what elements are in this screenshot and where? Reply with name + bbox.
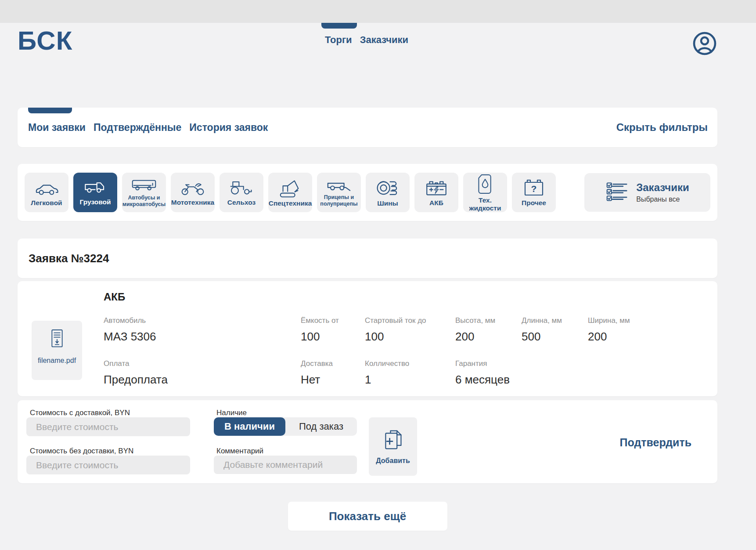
customers-filter-text: Заказчики Выбраны все xyxy=(636,181,689,203)
top-bar xyxy=(0,0,756,23)
request-fields: Автомобиль МАЗ 5306 Ёмкость от 100 Старт… xyxy=(104,316,630,402)
field-height: Высота, мм 200 xyxy=(455,316,522,344)
request-header-card: Заявка №3224 xyxy=(18,239,717,278)
filter-label: Мототехника xyxy=(171,199,214,206)
trailer-icon xyxy=(325,178,353,193)
filter-bus[interactable]: Автобусы и микроавтобусы xyxy=(122,173,166,212)
field-length: Длинна, мм 500 xyxy=(522,316,588,344)
car-icon xyxy=(34,178,59,198)
cost-without-delivery-label: Стоимость без доставки, BYN xyxy=(30,447,133,456)
oil-canister-icon xyxy=(476,173,494,195)
tabs: Мои заявки Подтверждённые История заявок xyxy=(28,122,268,134)
filter-label: Автобусы и микроавтобусы xyxy=(122,195,166,208)
user-avatar-icon[interactable] xyxy=(692,31,717,56)
tab-confirmed[interactable]: Подтверждённые xyxy=(94,122,181,134)
hide-filters-link[interactable]: Скрыть фильтры xyxy=(616,121,708,134)
nav-zakazchiki[interactable]: Заказчики xyxy=(360,34,408,46)
cost-with-delivery-input[interactable] xyxy=(26,417,190,436)
tire-icon xyxy=(375,178,400,198)
filter-label: Прицепы и полуприцепы xyxy=(317,194,361,207)
filter-special[interactable]: Спецтехника xyxy=(268,173,312,212)
show-more-button[interactable]: Показать ещё xyxy=(288,502,447,531)
active-tab-indicator xyxy=(28,108,72,113)
field-car: Автомобиль МАЗ 5306 xyxy=(104,316,301,344)
availability-in-stock[interactable]: В наличии xyxy=(214,417,285,436)
availability-on-order[interactable]: Под заказ xyxy=(285,417,357,436)
filter-label: Сельхоз xyxy=(227,199,256,206)
filter-trailers[interactable]: Прицепы и полуприцепы xyxy=(317,173,361,212)
customers-filter-button[interactable]: Заказчики Выбраны все xyxy=(584,173,710,212)
request-title: Заявка №3224 xyxy=(29,252,109,265)
add-files-button[interactable]: Добавить xyxy=(369,417,417,476)
field-capacity: Ёмкость от 100 xyxy=(301,316,365,344)
offer-form-card: Стоимость с доставкой, BYN Стоимость без… xyxy=(18,400,717,483)
filter-label: Легковой xyxy=(31,199,62,206)
motorcycle-icon xyxy=(180,179,206,197)
field-delivery: Доставка Нет xyxy=(301,359,365,387)
tab-history[interactable]: История заявок xyxy=(189,122,268,134)
battery-icon xyxy=(424,178,449,198)
customers-filter-subtitle: Выбраны все xyxy=(636,195,689,203)
request-details-card: АКБ filename.pdf Автомобиль МАЗ 5306 Ёмк… xyxy=(18,281,717,396)
filter-fluids[interactable]: Тех. жидкости xyxy=(463,173,507,212)
filter-moto[interactable]: Мототехника xyxy=(171,173,215,212)
filter-label: Грузовой xyxy=(80,198,111,206)
cost-with-delivery-label: Стоимость с доставкой, BYN xyxy=(30,409,130,417)
question-box-icon: ? xyxy=(522,178,545,198)
field-warranty: Гарантия 6 месяцев xyxy=(455,359,522,387)
main-content: Мои заявки Подтверждённые История заявок… xyxy=(18,108,717,531)
attached-file[interactable]: filename.pdf xyxy=(32,321,82,380)
filter-truck[interactable]: Грузовой xyxy=(73,173,117,212)
filter-label: Прочее xyxy=(522,199,546,206)
filter-label: АКБ xyxy=(429,199,443,206)
filter-battery[interactable]: АКБ xyxy=(414,173,458,212)
excavator-icon xyxy=(277,178,303,198)
tabs-bar: Мои заявки Подтверждённые История заявок… xyxy=(18,108,717,147)
cost-without-delivery-input[interactable] xyxy=(26,456,190,474)
confirm-button[interactable]: Подтвердить xyxy=(620,436,691,449)
field-current: Стартовый ток до 100 xyxy=(365,316,455,344)
tab-my-requests[interactable]: Мои заявки xyxy=(28,122,86,134)
filter-agriculture[interactable]: Сельхоз xyxy=(220,173,263,212)
filter-label: Шины xyxy=(377,199,398,207)
checklist-icon xyxy=(605,181,628,204)
bus-icon xyxy=(131,177,157,193)
filter-car[interactable]: Легковой xyxy=(25,173,68,212)
truck-icon xyxy=(83,179,108,197)
comment-input[interactable] xyxy=(214,456,357,474)
top-navigation: Торги Заказчики xyxy=(325,34,408,46)
availability-toggle: В наличии Под заказ xyxy=(214,417,357,436)
filter-other[interactable]: ? Прочее xyxy=(512,173,556,212)
field-payment: Оплата Предоплата xyxy=(104,359,301,387)
filter-label: Спецтехника xyxy=(269,199,312,207)
filter-label: Тех. жидкости xyxy=(463,196,507,211)
field-quantity: Колличество 1 xyxy=(365,359,455,387)
document-icon xyxy=(48,321,66,351)
vehicle-filters: Легковой Грузовой xyxy=(18,164,717,221)
filter-tires[interactable]: Шины xyxy=(366,173,410,212)
active-nav-indicator xyxy=(321,23,357,29)
request-category: АКБ xyxy=(104,291,125,303)
logo[interactable]: БСК xyxy=(18,25,72,56)
file-name: filename.pdf xyxy=(38,357,76,365)
tractor-icon xyxy=(228,179,255,197)
nav-torgi[interactable]: Торги xyxy=(325,34,352,46)
comment-label: Комментарий xyxy=(216,447,263,456)
customers-filter-title: Заказчики xyxy=(636,181,689,194)
svg-text:?: ? xyxy=(531,184,537,194)
add-files-icon xyxy=(382,428,403,453)
field-width: Ширина, мм 200 xyxy=(588,316,630,344)
add-files-label: Добавить xyxy=(376,457,410,465)
availability-label: Наличие xyxy=(216,409,247,417)
